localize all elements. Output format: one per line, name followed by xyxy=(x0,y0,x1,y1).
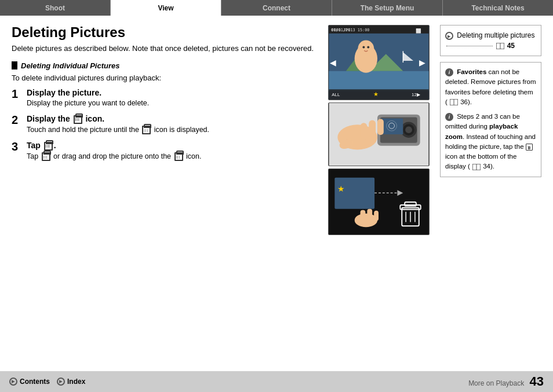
step-1-title: Display the picture. xyxy=(27,88,149,97)
step-2-title: Display the icon. xyxy=(27,114,209,124)
step-2: 2 Display the icon. Touch and hold the p… xyxy=(12,114,318,135)
contents-label: Contents xyxy=(20,378,50,386)
right-column: Deleting multiple pictures 45 i Favorite… xyxy=(440,25,541,365)
cross-ref-text: Deleting multiple pictures xyxy=(457,31,534,39)
tab-connect[interactable]: Connect xyxy=(221,0,332,16)
top-navigation: Shoot View Connect The Setup Menu Techni… xyxy=(0,0,553,16)
svg-text:12▶: 12▶ xyxy=(412,92,421,97)
illustration-drag-drop: ★ xyxy=(328,168,430,235)
trash-icon-inline-2 xyxy=(142,126,151,134)
section-header: Deleting Individual Pictures xyxy=(12,61,318,70)
svg-text:ALL: ALL xyxy=(332,92,340,97)
contents-arrow-icon xyxy=(9,378,17,386)
section-marker-icon xyxy=(12,61,17,69)
page-number: 43 xyxy=(530,374,544,389)
svg-point-9 xyxy=(362,46,365,48)
illustration-hand-touch xyxy=(328,102,430,166)
svg-rect-30 xyxy=(377,119,384,134)
bottom-bar: Contents Index More on Playback 43 xyxy=(0,371,553,392)
step-2-number: 2 xyxy=(12,114,22,135)
svg-text:⬜: ⬜ xyxy=(416,28,421,34)
svg-point-8 xyxy=(358,41,374,57)
svg-rect-46 xyxy=(361,210,366,222)
trash-icon-inline-3 xyxy=(44,142,53,151)
trash-icon-note: 🗑 xyxy=(526,144,533,151)
trash-icon-inline-4 xyxy=(42,152,50,161)
contents-link[interactable]: Contents xyxy=(9,378,50,386)
page-title: Deleting Pictures xyxy=(12,25,318,40)
index-link[interactable]: Index xyxy=(57,378,85,386)
svg-rect-28 xyxy=(361,123,368,140)
more-on-text: More on Playback xyxy=(468,379,524,387)
center-column: 01/01/2013 15:00 0001.JPG ALL 12 xyxy=(328,25,430,365)
note-icon-1: i xyxy=(445,68,453,76)
svg-text:★: ★ xyxy=(373,91,379,97)
section-title: Deleting Individual Pictures xyxy=(21,61,119,70)
bottom-left-links: Contents Index xyxy=(9,378,85,386)
step-1-number: 1 xyxy=(12,88,22,109)
step-2-desc: Touch and hold the picture until the ico… xyxy=(27,125,209,135)
svg-rect-48 xyxy=(374,211,379,221)
book-icon-ref1 xyxy=(496,42,507,50)
tab-view[interactable]: View xyxy=(111,0,221,16)
index-label: Index xyxy=(67,378,85,386)
svg-rect-47 xyxy=(367,209,372,222)
step-3: 3 Tap . Tap or drag and drop the picture… xyxy=(12,141,318,162)
svg-rect-6 xyxy=(329,71,428,91)
step-1-desc: Display the picture you want to delete. xyxy=(27,98,149,109)
svg-point-25 xyxy=(405,126,412,133)
left-column: Deleting Pictures Delete pictures as des… xyxy=(12,25,318,365)
step-3-number: 3 xyxy=(12,141,22,162)
tab-shoot[interactable]: Shoot xyxy=(0,0,111,16)
bottom-right: More on Playback 43 xyxy=(468,374,544,389)
trash-icon-inline xyxy=(74,115,82,124)
note-playback-zoom: i Steps 2 and 3 can be omitted during pl… xyxy=(445,112,536,172)
step-3-title: Tap . xyxy=(27,141,201,151)
circle-arrow-icon xyxy=(445,32,453,40)
svg-text:0001.JPG: 0001.JPG xyxy=(331,28,350,32)
cross-ref-page: 45 xyxy=(507,42,515,50)
index-arrow-icon xyxy=(57,378,65,386)
cross-reference-box: Deleting multiple pictures 45 xyxy=(440,25,541,56)
svg-text:▶: ▶ xyxy=(419,58,425,67)
svg-rect-29 xyxy=(369,120,376,138)
page-subtitle: Delete pictures as described below. Note… xyxy=(12,43,318,54)
illustration-camera-screen: 01/01/2013 15:00 0001.JPG ALL 12 xyxy=(328,25,430,100)
svg-text:◀: ◀ xyxy=(330,58,336,67)
tab-setup-menu[interactable]: The Setup Menu xyxy=(332,0,443,16)
dot-leader xyxy=(446,46,493,46)
svg-text:★: ★ xyxy=(337,185,345,193)
step-3-desc: Tap or drag and drop the picture onto th… xyxy=(27,152,201,162)
step-1: 1 Display the picture. Display the pictu… xyxy=(12,88,318,109)
section-intro: To delete individual pictures during pla… xyxy=(12,74,318,82)
svg-point-10 xyxy=(367,46,369,48)
tab-technical-notes[interactable]: Technical Notes xyxy=(443,0,553,16)
notes-box: i Favorites can not be deleted. Remove p… xyxy=(440,62,541,177)
note-icon-2: i xyxy=(445,113,453,121)
note-favorites: i Favorites can not be deleted. Remove p… xyxy=(445,67,536,107)
trash-icon-inline-5 xyxy=(174,152,183,161)
main-content: Deleting Pictures Delete pictures as des… xyxy=(0,16,553,371)
